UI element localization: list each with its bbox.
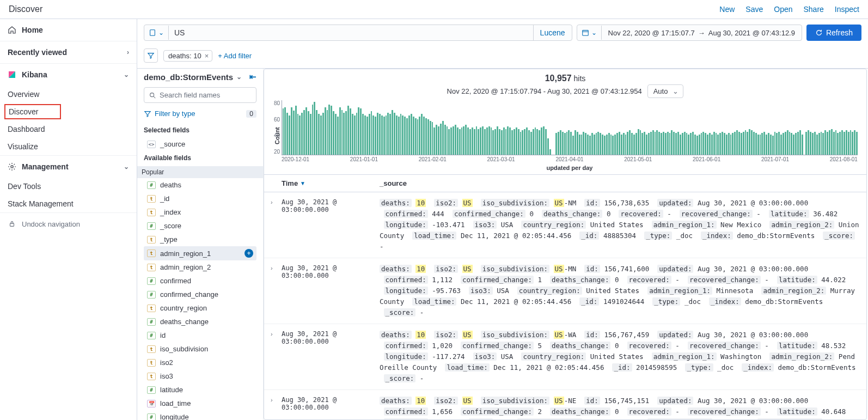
chart-bar[interactable] [465, 125, 467, 155]
chart-bar[interactable] [583, 132, 584, 155]
chart-bar[interactable] [587, 135, 589, 155]
chart-bar[interactable] [318, 114, 320, 155]
chart-bar[interactable] [780, 135, 782, 155]
chart-bar[interactable] [372, 115, 374, 155]
chart-bar[interactable] [394, 113, 395, 155]
chart-bar[interactable] [760, 135, 761, 155]
chart-bar[interactable] [612, 136, 614, 155]
chart-bar[interactable] [600, 133, 601, 155]
chart-bar[interactable] [675, 133, 677, 155]
chart-bar[interactable] [308, 111, 309, 155]
chart-bar[interactable] [366, 117, 368, 155]
chart-bar[interactable] [327, 110, 328, 155]
chart-bar[interactable] [602, 135, 603, 155]
nav-kibana[interactable]: Kibana ⌄ [0, 64, 137, 86]
chart-bar[interactable] [812, 133, 814, 155]
chart-bar[interactable] [526, 127, 528, 155]
chart-bar[interactable] [316, 110, 317, 155]
top-link-open[interactable]: Open [774, 5, 792, 14]
chart-bar[interactable] [751, 130, 753, 155]
chart-bar[interactable] [641, 133, 643, 155]
chart-bar[interactable] [328, 105, 330, 155]
close-icon[interactable]: × [205, 52, 209, 60]
chart-bar[interactable] [299, 115, 301, 155]
chart-bar[interactable] [286, 113, 288, 155]
chart-bar[interactable] [511, 130, 513, 155]
chart-bar[interactable] [514, 129, 515, 155]
chart-bar[interactable] [667, 132, 669, 155]
chart-bar[interactable] [530, 132, 532, 155]
chart-bar[interactable] [854, 130, 855, 155]
field-item[interactable]: tiso_subdivision [144, 342, 256, 356]
field-item[interactable]: #deaths_change [144, 315, 256, 328]
chart-bar[interactable] [629, 130, 631, 155]
chart-bar[interactable] [289, 115, 290, 155]
chart-bar[interactable] [808, 130, 809, 155]
nav-item-stack-management[interactable]: Stack Management [0, 195, 137, 212]
chart-bar[interactable] [352, 114, 353, 155]
chart-bar[interactable] [509, 127, 511, 155]
chart-bar[interactable] [732, 133, 733, 155]
chart-bar[interactable] [436, 125, 437, 155]
field-search-input[interactable]: Search field names [144, 87, 256, 103]
chart-bar[interactable] [322, 113, 324, 155]
nav-item-dashboard[interactable]: Dashboard [0, 120, 137, 138]
chart-bar[interactable] [774, 132, 776, 155]
chart-bar[interactable] [377, 113, 378, 155]
chart-bar[interactable] [360, 108, 362, 155]
chart-bar[interactable] [805, 132, 807, 155]
chart-bar[interactable] [461, 127, 463, 155]
chart-bar[interactable] [594, 135, 595, 155]
chart-bar[interactable] [455, 125, 456, 155]
field-item[interactable]: tadmin_region_2 [144, 260, 256, 274]
chart-bar[interactable] [558, 132, 559, 155]
chart-bar[interactable] [333, 111, 334, 155]
chart-bar[interactable] [347, 106, 349, 155]
chart-bar[interactable] [747, 132, 748, 155]
chart-bar[interactable] [707, 135, 708, 155]
chart-bar[interactable] [375, 117, 376, 155]
nav-item-discover[interactable]: Discover [4, 104, 61, 119]
expand-row-button[interactable]: › [271, 198, 282, 252]
field-item[interactable]: t_id [144, 192, 256, 205]
chart-bar[interactable] [585, 133, 586, 155]
chart-bar[interactable] [589, 136, 591, 155]
chart-bar[interactable] [430, 121, 431, 155]
chart-bar[interactable] [757, 135, 759, 155]
chart-bar[interactable] [604, 136, 606, 155]
chart-bar[interactable] [673, 132, 675, 155]
chart-bar[interactable] [411, 114, 412, 155]
chart-bar[interactable] [635, 133, 637, 155]
field-item[interactable]: tcountry_region [144, 301, 256, 315]
chart-bar[interactable] [381, 115, 383, 155]
chart-bar[interactable] [389, 114, 391, 155]
column-time[interactable]: Time ▼ [282, 179, 380, 187]
chart-bar[interactable] [684, 132, 686, 155]
chart-bar[interactable] [661, 133, 662, 155]
chart-bar[interactable] [518, 129, 519, 155]
chart-bar[interactable] [555, 133, 557, 155]
chart-bar[interactable] [816, 135, 818, 155]
chart-bar[interactable] [591, 133, 593, 155]
chart-bar[interactable] [797, 132, 799, 155]
expand-row-button[interactable]: › [271, 264, 282, 318]
chart-bar[interactable] [839, 132, 841, 155]
chart-bar[interactable] [339, 107, 341, 155]
chart-bar[interactable] [614, 135, 616, 155]
chart-bar[interactable] [314, 102, 315, 155]
date-picker[interactable]: ⌄ Nov 22, 2020 @ 17:15:07.7 → Aug 30, 20… [577, 25, 802, 41]
chart-bar[interactable] [818, 133, 820, 155]
chart-bar[interactable] [686, 133, 688, 155]
chart-bar[interactable] [755, 133, 757, 155]
chart-bar[interactable] [566, 132, 568, 155]
chart-bar[interactable] [325, 107, 326, 155]
chart-bar[interactable] [623, 133, 625, 155]
chart-bar[interactable] [421, 114, 423, 155]
chart-bar[interactable] [793, 135, 794, 155]
chart-bar[interactable] [293, 111, 295, 155]
chart-bar[interactable] [400, 114, 402, 155]
chart-bar[interactable] [457, 127, 459, 155]
query-input[interactable]: US [169, 28, 533, 37]
chart-bar[interactable] [442, 121, 444, 155]
chart-bar[interactable] [570, 132, 572, 155]
